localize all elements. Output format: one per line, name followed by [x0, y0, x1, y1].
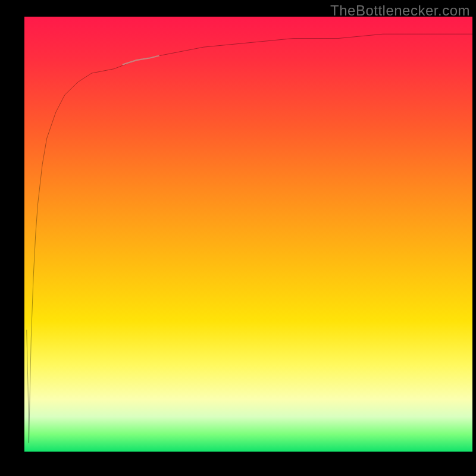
plot-area: [24, 17, 472, 452]
bottleneck-curve: [27, 34, 472, 443]
watermark-text: TheBottlenecker.com: [330, 2, 470, 19]
highlight-segment: [123, 56, 159, 65]
curve-svg: [24, 17, 472, 452]
chart-frame: TheBottlenecker.com: [0, 0, 476, 476]
